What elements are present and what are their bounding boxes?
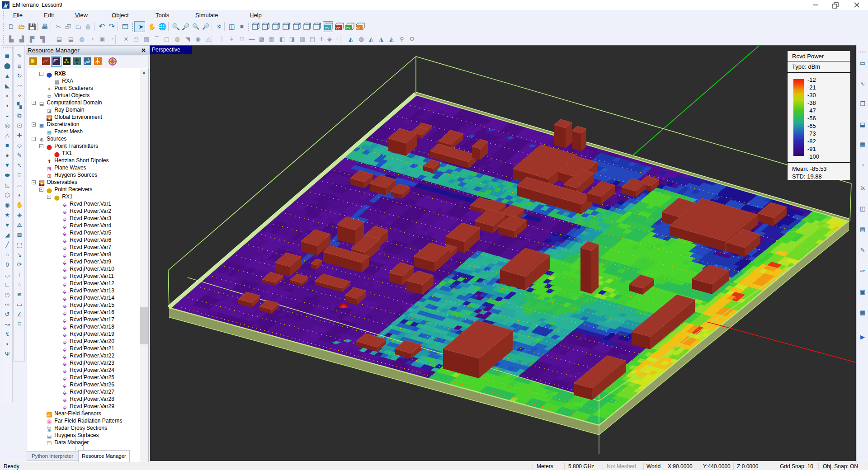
svg-text:ZX: ZX [346, 26, 351, 30]
svg-text:XY: XY [325, 26, 330, 30]
svg-text:W: W [356, 26, 360, 30]
svg-text:YZ: YZ [335, 26, 340, 30]
